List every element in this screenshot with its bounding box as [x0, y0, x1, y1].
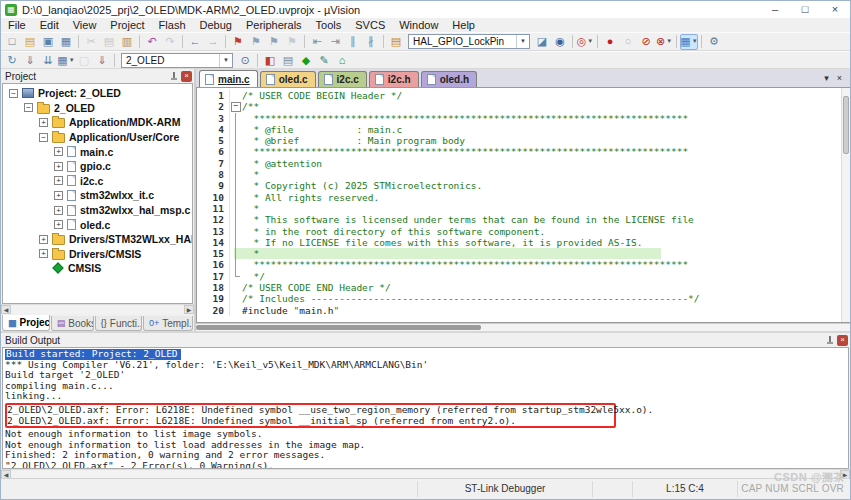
minimize-button[interactable]: –: [760, 1, 790, 18]
navigate-back-icon[interactable]: ←: [186, 34, 204, 50]
close-button[interactable]: ×: [820, 1, 850, 18]
code-line[interactable]: 9 * Copyright (c) 2025 STMicroelectronic…: [197, 180, 850, 191]
translate-icon[interactable]: ↻: [3, 52, 21, 68]
tree-expander-icon[interactable]: +: [54, 147, 63, 156]
tree-item-application-user-core[interactable]: −Application/User/Core: [3, 130, 192, 145]
undo-icon[interactable]: ↶: [143, 34, 161, 50]
tree-item-application-mdk-arm[interactable]: +Application/MDK-ARM: [3, 115, 192, 130]
manage-run-time-environment-icon[interactable]: ◧: [261, 52, 279, 68]
panel-tab-functi[interactable]: {}Functi...: [95, 316, 142, 331]
open-file-icon[interactable]: ▤: [21, 34, 39, 50]
restore-button[interactable]: □: [790, 1, 820, 18]
uncomment-selection-icon[interactable]: ∦: [362, 34, 380, 50]
menu-svcs[interactable]: SVCS: [348, 18, 392, 32]
pin-icon[interactable]: [170, 72, 178, 81]
select-software-packs-icon[interactable]: ◆: [297, 52, 315, 68]
window-layout-icon[interactable]: ▦▼: [680, 34, 698, 50]
bookmark-next-icon[interactable]: ⚑: [265, 34, 283, 50]
save-all-icon[interactable]: ▦: [57, 34, 75, 50]
editor-tab-oled-h[interactable]: oled.h: [421, 71, 477, 87]
tab-overflow-icon[interactable]: ▾: [824, 73, 829, 83]
build-log-line[interactable]: Build started: Project: 2_OLED: [5, 349, 848, 360]
build-log-line[interactable]: *** Using Compiler 'V6.21', folder: 'E:\…: [5, 360, 848, 371]
menu-window[interactable]: Window: [392, 18, 445, 32]
tree-expander-icon[interactable]: +: [54, 220, 63, 229]
chevron-down-icon[interactable]: ▼: [219, 54, 232, 67]
tree-item-2-oled[interactable]: −2_OLED: [3, 101, 192, 116]
editor-tab-i2c-c[interactable]: i2c.c: [318, 71, 367, 87]
editor-tab-oled-c[interactable]: oled.c: [260, 71, 316, 87]
new-file-icon[interactable]: □: [3, 34, 21, 50]
build-output-log[interactable]: Build started: Project: 2_OLED*** Using …: [2, 347, 849, 469]
code-line[interactable]: 6 **************************************…: [197, 146, 850, 157]
code-line[interactable]: 13 * in the root directory of this softw…: [197, 226, 850, 237]
code-line[interactable]: 18/* USER CODE END Header */: [197, 282, 850, 293]
code-line[interactable]: 17 */: [197, 271, 850, 282]
tree-item-drivers-stm32wlxx-hal-driver[interactable]: +Drivers/STM32WLxx_HAL_Driver: [3, 232, 192, 247]
find-icon[interactable]: ◉: [551, 34, 569, 50]
build-output-scrollbar[interactable]: ◀ ▶: [1, 469, 850, 478]
bookmark-previous-icon[interactable]: ⚑: [247, 34, 265, 50]
chevron-down-icon[interactable]: ▼: [516, 35, 529, 48]
project-horizontal-scrollbar[interactable]: ◀ ▶: [1, 304, 194, 314]
tree-expander-icon[interactable]: −: [39, 133, 48, 142]
menu-debug[interactable]: Debug: [193, 18, 239, 32]
scroll-thumb[interactable]: [843, 96, 849, 154]
menu-peripherals[interactable]: Peripherals: [239, 18, 309, 32]
unindent-icon[interactable]: ⇤: [308, 34, 326, 50]
editor-horizontal-scrollbar[interactable]: [196, 323, 850, 331]
copy-icon[interactable]: ▤: [100, 34, 118, 50]
tree-item-oled-c[interactable]: +oled.c: [3, 217, 192, 232]
panel-tab-templ[interactable]: 0+Templ...: [143, 316, 193, 331]
build-icon[interactable]: ⇓: [21, 52, 39, 68]
fold-collapse-icon[interactable]: [230, 101, 242, 112]
tree-item-gpio-c[interactable]: +gpio.c: [3, 159, 192, 174]
code-line[interactable]: 4 * @file : main.c: [197, 124, 850, 135]
tree-expander-icon[interactable]: +: [54, 206, 63, 215]
close-icon[interactable]: ×: [837, 335, 848, 346]
incremental-find-icon[interactable]: ◎▼: [576, 34, 594, 50]
tree-item-cmsis[interactable]: +CMSIS: [3, 261, 192, 276]
target-select-combo[interactable]: 2_OLED ▼: [121, 53, 233, 68]
build-log-line[interactable]: "2_OLED\2_OLED.axf" - 2 Error(s), 0 Warn…: [5, 461, 848, 469]
code-line[interactable]: 12 * This software is licensed under ter…: [197, 214, 850, 225]
code-line[interactable]: 10 * All rights reserved.: [197, 192, 850, 203]
redo-icon[interactable]: ↷: [161, 34, 179, 50]
enable-disable-breakpoint-icon[interactable]: ○: [619, 34, 637, 50]
editor-tab-main-c[interactable]: main.c: [199, 70, 258, 87]
tree-expander-icon[interactable]: +: [54, 162, 63, 171]
cut-icon[interactable]: ✂: [82, 34, 100, 50]
menu-help[interactable]: Help: [445, 18, 482, 32]
tab-close-icon[interactable]: ×: [837, 73, 842, 83]
pack-installer-icon[interactable]: ⌂: [333, 52, 351, 68]
menu-tools[interactable]: Tools: [309, 18, 349, 32]
build-error-line[interactable]: 2_OLED\2_OLED.axf: Error: L6218E: Undefi…: [7, 416, 614, 427]
panel-tab-books[interactable]: ▤Books: [51, 316, 94, 331]
close-icon[interactable]: ×: [181, 71, 192, 82]
scroll-left-icon[interactable]: ◀: [1, 305, 11, 314]
code-line[interactable]: 20#include "main.h": [197, 305, 850, 316]
code-line[interactable]: 1/* USER CODE BEGIN Header */: [197, 90, 850, 101]
build-log-line[interactable]: Build target '2_OLED': [5, 370, 848, 381]
find-text-combo[interactable]: HAL_GPIO_LockPin ▼: [408, 34, 530, 49]
code-line[interactable]: 7 * @attention: [197, 158, 850, 169]
menu-flash[interactable]: Flash: [152, 18, 193, 32]
function-editor-icon[interactable]: ✎: [315, 52, 333, 68]
code-line[interactable]: 8 *: [197, 169, 850, 180]
tree-expander-icon[interactable]: +: [39, 249, 48, 258]
menu-project[interactable]: Project: [103, 18, 151, 32]
menu-edit[interactable]: Edit: [33, 18, 66, 32]
tree-item-drivers-cmsis[interactable]: +Drivers/CMSIS: [3, 247, 192, 262]
scroll-thumb[interactable]: [196, 325, 481, 330]
disable-all-breakpoints-icon[interactable]: ⊘: [637, 34, 655, 50]
scroll-right-icon[interactable]: ▶: [184, 305, 194, 314]
build-log-line[interactable]: linking...: [5, 391, 848, 402]
code-line[interactable]: 16 *************************************…: [197, 259, 850, 270]
stop-build-icon[interactable]: ▢: [75, 52, 93, 68]
batch-build-icon[interactable]: ▦▼: [57, 52, 75, 68]
pin-icon[interactable]: [826, 336, 834, 345]
target-options-icon[interactable]: ⊙: [236, 52, 254, 68]
bookmark-clear-all-icon[interactable]: ⚑: [283, 34, 301, 50]
rebuild-all-icon[interactable]: ⇊: [39, 52, 57, 68]
code-line[interactable]: 14 * If no LICENSE file comes with this …: [197, 237, 850, 248]
